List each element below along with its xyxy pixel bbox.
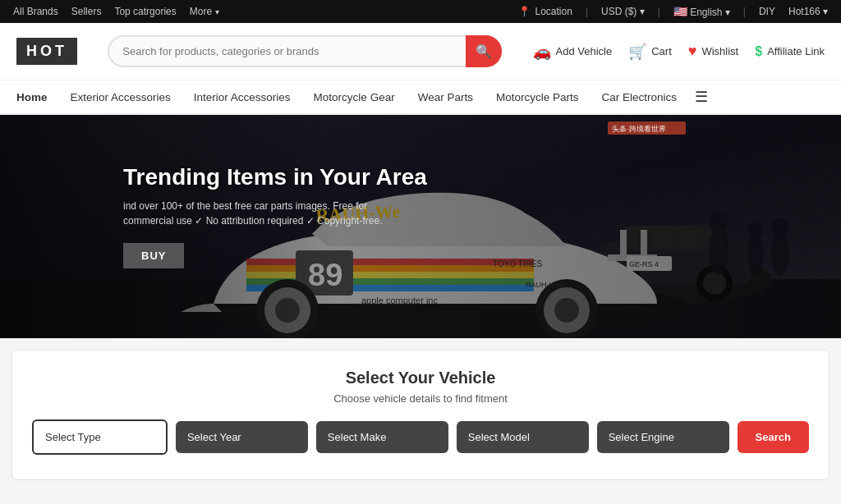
top-bar-more[interactable]: More ▾: [190, 6, 219, 17]
car-icon: 🚗: [533, 43, 551, 61]
hamburger-icon[interactable]: ☰: [695, 88, 708, 106]
location-icon: 📍: [518, 6, 531, 17]
buy-button[interactable]: BUY: [123, 243, 184, 268]
hero-subtitle: ind over 100+ of the best free car parts…: [123, 199, 402, 228]
nav-exterior-accessories[interactable]: Exterior Accessories: [59, 80, 182, 115]
vehicle-search-button[interactable]: Search: [738, 421, 809, 453]
dollar-icon: $: [755, 44, 762, 59]
select-make-dropdown[interactable]: Select Make: [316, 421, 448, 453]
language-selector[interactable]: 🇺🇸 English ▾: [673, 5, 730, 18]
vehicle-selects-row: Select Type Select Year Select Make Sele…: [32, 419, 809, 455]
nav-car-electronics[interactable]: Car Electronics: [590, 80, 688, 115]
search-icon: 🔍: [476, 44, 492, 59]
header-actions: 🚗 Add Vehicle 🛒 Cart ♥ Wishlist $ Affili…: [533, 43, 825, 61]
nav-interior-accessories[interactable]: Interior Accessories: [182, 80, 302, 115]
wishlist-link[interactable]: ♥ Wishlist: [688, 43, 738, 60]
select-engine-dropdown[interactable]: Select Engine: [597, 421, 729, 453]
heart-icon: ♥: [688, 43, 697, 60]
nav-motorcycle-gear[interactable]: Motorcycle Gear: [302, 80, 407, 115]
header: HOT 🔍 🚗 Add Vehicle 🛒 Cart ♥ Wishlist $ …: [0, 23, 841, 80]
select-type-dropdown[interactable]: Select Type: [32, 419, 168, 455]
top-bar: All Brands Sellers Top catrgories More ▾…: [0, 0, 841, 23]
select-year-dropdown[interactable]: Select Year: [176, 421, 308, 453]
top-bar-all-brands[interactable]: All Brands: [13, 6, 58, 17]
top-bar-categories[interactable]: Top catrgories: [114, 6, 176, 17]
location-link[interactable]: 📍 Location: [518, 6, 572, 17]
logo[interactable]: HOT: [16, 38, 77, 65]
main-nav: Home Exterior Accessories Interior Acces…: [0, 80, 841, 115]
more-chevron-icon: ▾: [215, 7, 219, 16]
top-bar-left: All Brands Sellers Top catrgories More ▾: [13, 6, 219, 17]
language-chevron: ▾: [725, 7, 730, 18]
top-bar-right: 📍 Location | USD ($) ▾ | 🇺🇸 English ▾ | …: [518, 5, 828, 18]
hero-content: Trending Items in Your Area ind over 100…: [123, 164, 427, 268]
cart-icon: 🛒: [628, 43, 646, 61]
search-bar: 🔍: [108, 35, 502, 67]
flag-icon: 🇺🇸: [673, 5, 687, 18]
vehicle-selector-subtitle: Choose vehicle details to find fitment: [32, 392, 809, 405]
diy-link[interactable]: DIY: [759, 6, 775, 17]
nav-motorcycle-parts[interactable]: Motorcycle Parts: [485, 80, 591, 115]
search-button[interactable]: 🔍: [466, 35, 502, 67]
user-menu[interactable]: Hot166 ▾: [788, 6, 828, 17]
hero-section: 89 apple computer inc TOYO TIRES RAUH-We…: [0, 115, 841, 338]
vehicle-selector-section: Select Your Vehicle Choose vehicle detai…: [11, 350, 830, 480]
select-model-dropdown[interactable]: Select Model: [457, 421, 589, 453]
currency-selector[interactable]: USD ($) ▾: [601, 6, 645, 17]
vehicle-selector-title: Select Your Vehicle: [32, 369, 809, 387]
top-bar-sellers[interactable]: Sellers: [71, 6, 102, 17]
nav-home[interactable]: Home: [16, 80, 59, 115]
add-vehicle-link[interactable]: 🚗 Add Vehicle: [533, 43, 613, 61]
search-input[interactable]: [108, 35, 502, 67]
affiliate-link[interactable]: $ Affiliate Link: [755, 44, 825, 59]
nav-wear-parts[interactable]: Wear Parts: [407, 80, 485, 115]
svg-text:头条·跨境看世界: 头条·跨境看世界: [612, 125, 666, 133]
cart-link[interactable]: 🛒 Cart: [628, 43, 672, 61]
hero-title: Trending Items in Your Area: [123, 164, 427, 190]
